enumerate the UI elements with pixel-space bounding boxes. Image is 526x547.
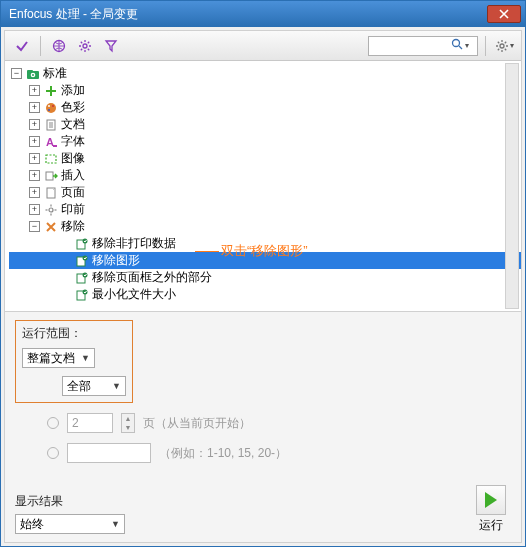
tree-node-label: 文档 <box>61 116 85 133</box>
gear-icon <box>44 203 58 217</box>
svg-point-28 <box>48 105 50 107</box>
pages-suffix: 页（从当前页开始） <box>143 415 251 432</box>
expander-icon[interactable]: + <box>29 187 40 198</box>
radio-pages[interactable] <box>47 417 59 429</box>
pages-stepper[interactable]: ▲▼ <box>121 413 135 433</box>
search-input[interactable] <box>371 38 451 54</box>
expander-icon[interactable]: + <box>29 85 40 96</box>
pages-input[interactable]: 2 <box>67 413 113 433</box>
result-combo[interactable]: 始终 ▼ <box>15 514 125 534</box>
search-box[interactable]: ▾ <box>368 36 478 56</box>
svg-point-50 <box>83 272 88 277</box>
svg-point-48 <box>83 255 88 260</box>
gear-icon <box>78 39 92 53</box>
tree-node-doc[interactable]: +文档 <box>9 116 521 133</box>
page-icon <box>44 186 58 200</box>
expander-icon[interactable]: − <box>11 68 22 79</box>
tree-leaf-label: 最小化文件大小 <box>92 286 176 303</box>
svg-point-24 <box>32 74 34 76</box>
svg-line-20 <box>497 48 498 49</box>
footer: 显示结果 始终 ▼ 运行 <box>15 493 511 534</box>
svg-rect-38 <box>46 172 53 180</box>
tree-node-preprint[interactable]: +印前 <box>9 201 521 218</box>
scrollbar[interactable] <box>505 63 519 309</box>
svg-point-30 <box>48 109 50 111</box>
svg-point-29 <box>52 105 54 107</box>
expander-icon[interactable]: + <box>29 170 40 181</box>
expander-icon[interactable]: − <box>29 221 40 232</box>
run-button[interactable] <box>476 485 506 515</box>
toolbar-divider <box>485 36 486 56</box>
scope-title: 运行范围： <box>22 325 126 342</box>
tree-node-label: 移除 <box>61 218 85 235</box>
dashed-icon <box>44 152 58 166</box>
range-hint: （例如：1-10, 15, 20-） <box>159 445 287 462</box>
search-dropdown-icon[interactable]: ▾ <box>463 42 471 50</box>
settings-button[interactable] <box>74 35 96 57</box>
gear-icon <box>495 39 509 53</box>
action-icon <box>75 237 89 251</box>
svg-line-6 <box>81 41 82 42</box>
svg-point-40 <box>49 208 53 212</box>
apply-button[interactable] <box>11 35 33 57</box>
tree-node-label: 页面 <box>61 184 85 201</box>
svg-line-18 <box>504 48 505 49</box>
tree-leaf[interactable]: 移除非打印数据 <box>9 235 521 252</box>
scope-doc-combo[interactable]: 整篇文档 ▼ <box>22 348 95 368</box>
toolbar-divider <box>40 36 41 56</box>
insert-icon <box>44 169 58 183</box>
action-icon <box>75 254 89 268</box>
plus-icon <box>44 84 58 98</box>
tree-node-label: 字体 <box>61 133 85 150</box>
combo-value: 始终 <box>20 516 44 533</box>
tree-node-insert[interactable]: +插入 <box>9 167 521 184</box>
tree-node-label: 添加 <box>61 82 85 99</box>
tree-node-add[interactable]: +添加 <box>9 82 521 99</box>
svg-text:A: A <box>46 136 54 148</box>
step-dn-icon: ▼ <box>122 423 134 432</box>
globe-button[interactable] <box>48 35 70 57</box>
tree-node-color[interactable]: +色彩 <box>9 99 521 116</box>
expander-icon[interactable]: + <box>29 136 40 147</box>
expander-icon[interactable]: + <box>29 102 40 113</box>
expander-icon[interactable]: + <box>29 204 40 215</box>
svg-point-46 <box>83 238 88 243</box>
close-button[interactable] <box>487 5 521 23</box>
palette-icon <box>44 101 58 115</box>
window-title: Enfocus 处理 - 全局变更 <box>9 6 487 23</box>
tree-leaf[interactable]: 移除图形 <box>9 252 521 269</box>
tree-leaf[interactable]: 最小化文件大小 <box>9 286 521 303</box>
tree-node-image[interactable]: +图像 <box>9 150 521 167</box>
tree-node-font[interactable]: +A字体 <box>9 133 521 150</box>
tree-root[interactable]: − 标准 <box>9 65 521 82</box>
tree-node-label: 色彩 <box>61 99 85 116</box>
funnel-icon <box>104 39 118 53</box>
chevron-down-icon: ▾ <box>510 41 514 50</box>
expander-icon[interactable]: + <box>29 153 40 164</box>
globe-icon <box>52 39 66 53</box>
tree-view[interactable]: − 标准 +添加+色彩+文档+A字体+图像+插入+页面+印前−移除 移除非打印数… <box>5 61 521 311</box>
radio-range[interactable] <box>47 447 59 459</box>
svg-point-12 <box>500 44 504 48</box>
run-label: 运行 <box>471 517 511 534</box>
svg-line-19 <box>504 41 505 42</box>
svg-rect-22 <box>27 70 33 73</box>
font-icon: A <box>44 135 58 149</box>
action-icon <box>75 288 89 302</box>
app-window: Enfocus 处理 - 全局变更 <box>0 0 526 547</box>
svg-line-11 <box>459 46 462 49</box>
filter-button[interactable] <box>100 35 122 57</box>
tree-node-remove[interactable]: −移除 <box>9 218 521 235</box>
play-icon <box>485 492 497 508</box>
tree-node-label: 图像 <box>61 150 85 167</box>
svg-rect-36 <box>53 145 57 147</box>
scope-all-combo[interactable]: 全部 ▼ <box>62 376 126 396</box>
expander-icon[interactable]: + <box>29 119 40 130</box>
combo-value: 全部 <box>67 378 91 395</box>
range-input[interactable] <box>67 443 151 463</box>
options-button[interactable]: ▾ <box>493 35 515 57</box>
tree-leaf[interactable]: 移除页面框之外的部分 <box>9 269 521 286</box>
svg-line-8 <box>88 41 89 42</box>
tree-node-page[interactable]: +页面 <box>9 184 521 201</box>
chevron-down-icon: ▼ <box>81 353 90 363</box>
